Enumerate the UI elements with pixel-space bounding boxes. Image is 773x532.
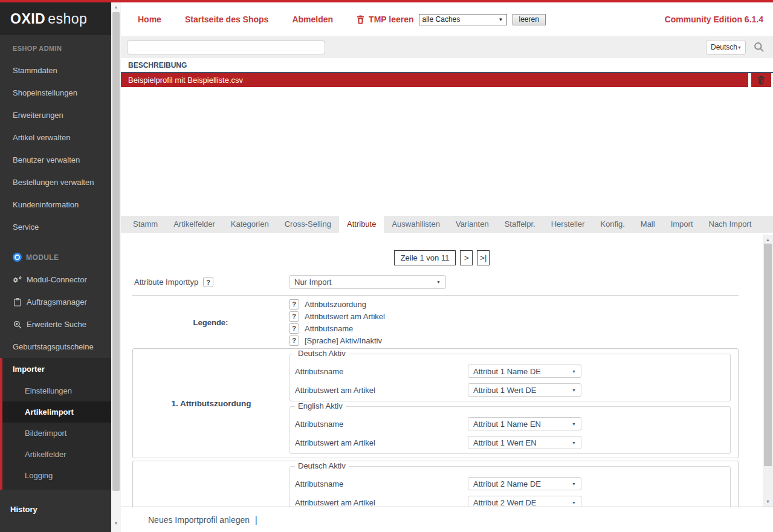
attributswert-am-artikel-select[interactable]: Attribut 2 Wert DE▼ xyxy=(468,496,581,507)
attributswert-am-artikel-select[interactable]: Attribut 1 Wert EN▼ xyxy=(468,436,581,449)
search-bar: Deutsch ▼ xyxy=(121,36,773,58)
legend-item-label: [Sprache] Aktiv/Inaktiv xyxy=(305,336,382,345)
section-title xyxy=(133,461,289,507)
sidebar-item-geburtstagsgutscheine[interactable]: Geburtstagsgutscheine xyxy=(0,336,111,358)
nav-shop-start-link[interactable]: Startseite des Shops xyxy=(185,15,269,24)
legend-item-attributsname: ?Attributsname xyxy=(289,322,385,334)
module-section-header: MODULE xyxy=(0,246,111,268)
trash-icon xyxy=(357,15,364,24)
sidebar-item-kundeninformation[interactable]: Kundeninformation xyxy=(0,193,111,216)
select-value: Attribut 1 Wert EN xyxy=(473,438,537,447)
language-select[interactable]: Deutsch ▼ xyxy=(706,40,746,55)
tab-attribute[interactable]: Attribute xyxy=(339,216,384,233)
sidebar-scrollbar[interactable]: ▲ ▼ xyxy=(111,2,121,532)
sidebar-item-shopeinstellungen[interactable]: Shopeinstellungen xyxy=(0,82,111,104)
logo-text-bold: OXID xyxy=(10,11,45,27)
last-row-button[interactable]: >| xyxy=(477,250,490,265)
help-icon[interactable]: ? xyxy=(289,299,299,310)
profile-row-label[interactable]: Beispielprofil mit Beispielliste.csv xyxy=(121,73,748,87)
tab-staffelpr[interactable]: Staffelpr. xyxy=(497,216,543,233)
sidebar-item-stammdaten[interactable]: Stammdaten xyxy=(0,59,111,82)
sidebar-item-history[interactable]: History xyxy=(0,498,111,521)
search-plus-icon xyxy=(13,320,22,329)
sidebar-item-artikelfelder[interactable]: Artikelfelder xyxy=(2,444,111,465)
select-value: Attribut 2 Wert DE xyxy=(473,498,537,507)
help-icon[interactable]: ? xyxy=(289,323,299,334)
tab-import[interactable]: Import xyxy=(663,216,701,233)
new-import-profile-link[interactable]: Neues Importprofil anlegen xyxy=(148,515,250,525)
sidebar: OXID eshop ESHOP ADMIN StammdatenShopein… xyxy=(0,2,111,532)
search-icon[interactable] xyxy=(754,42,765,53)
next-row-button[interactable]: > xyxy=(460,250,473,265)
list-column-header: BESCHREIBUNG xyxy=(121,58,773,73)
sidebar-item-logging[interactable]: Logging xyxy=(2,465,111,486)
tab-konfig[interactable]: Konfig. xyxy=(592,216,632,233)
attributsname-select[interactable]: Attribut 1 Name EN▼ xyxy=(468,417,581,430)
mapping-row-label: Attributswert am Artikel xyxy=(295,498,468,507)
nav-logout-link[interactable]: Abmelden xyxy=(292,15,333,24)
mapping-row-label: Attributsname xyxy=(295,420,468,429)
scroll-up-icon[interactable]: ▲ xyxy=(763,236,773,244)
scroll-up-icon[interactable]: ▲ xyxy=(111,4,121,11)
help-icon[interactable]: ? xyxy=(203,277,213,287)
sidebar-item-einstellungen[interactable]: Einstellungen xyxy=(2,380,111,401)
logo-text-light: eshop xyxy=(48,11,87,27)
sidebar-item-benutzer-verwalten[interactable]: Benutzer verwalten xyxy=(0,149,111,171)
sidebar-item-importer[interactable]: Importer xyxy=(2,358,111,380)
language-select-value: Deutsch xyxy=(711,43,737,51)
tab-auswahllisten[interactable]: Auswahllisten xyxy=(384,216,448,233)
sidebar-item-service[interactable]: Service xyxy=(0,216,111,238)
cache-select[interactable]: alle Caches ▼ xyxy=(419,14,507,25)
clear-cache-button[interactable]: leeren xyxy=(513,14,546,25)
tab-artikelfelder[interactable]: Artikelfelder xyxy=(166,216,223,233)
tab-hersteller[interactable]: Hersteller xyxy=(543,216,593,233)
tab-cross-selling[interactable]: Cross-Selling xyxy=(277,216,339,233)
sidebar-item-bilderimport[interactable]: Bilderimport xyxy=(2,423,111,444)
sidebar-item-auftragsmanager[interactable]: Auftragsmanager xyxy=(0,291,111,313)
section-groups: Deutsch AktivAttributsnameAttribut 2 Nam… xyxy=(289,461,738,507)
legend-item-label: Attributsname xyxy=(305,324,353,333)
sidebar-item-bestellungen-verwalten[interactable]: Bestellungen verwalten xyxy=(0,171,111,193)
sidebar-item-artikelimport[interactable]: Artikelimport xyxy=(2,401,111,423)
importtyp-label: Attribute Importtyp xyxy=(134,277,198,287)
legend-item-label: Attributszuordung xyxy=(305,300,366,309)
attributsname-select[interactable]: Attribut 1 Name DE▼ xyxy=(468,365,581,378)
importtyp-select[interactable]: Nur Import ▼ xyxy=(289,275,446,289)
tab-nach-import[interactable]: Nach Import xyxy=(701,216,760,233)
nav-home-link[interactable]: Home xyxy=(138,15,161,24)
selected-profile-row[interactable]: Beispielprofil mit Beispielliste.csv xyxy=(121,73,773,87)
sidebar-item-label: Erweiterte Suche xyxy=(27,313,86,336)
mapping-row: AttributsnameAttribut 1 Name DE▼ xyxy=(295,365,724,378)
module-icon xyxy=(13,253,22,262)
gears-icon xyxy=(13,275,22,284)
sidebar-item-erweiterungen[interactable]: Erweiterungen xyxy=(0,104,111,126)
help-icon[interactable]: ? xyxy=(289,311,299,322)
tab-stamm[interactable]: Stamm xyxy=(125,216,166,233)
oxid-logo[interactable]: OXID eshop xyxy=(0,2,111,35)
sidebar-item-modul-connector[interactable]: Modul-Connector xyxy=(0,268,111,291)
help-icon[interactable]: ? xyxy=(289,336,299,346)
importer-group: Importer EinstellungenArtikelimportBilde… xyxy=(0,358,111,490)
sidebar-item-label: Modul-Connector xyxy=(27,268,87,291)
mapping-row-label: Attributsname xyxy=(295,367,468,376)
sidebar-scrollbar-thumb[interactable] xyxy=(112,12,120,491)
tab-varianten[interactable]: Varianten xyxy=(448,216,497,233)
tab-kategorien[interactable]: Kategorien xyxy=(223,216,277,233)
content-scrollbar-thumb[interactable] xyxy=(764,244,772,466)
tab-content-panel: Zeile 1 von 11 > >| Attribute Importtyp … xyxy=(121,233,763,507)
group-legend: Deutsch Aktiv xyxy=(295,349,349,358)
chevron-down-icon: ▼ xyxy=(572,441,576,445)
select-value: Attribut 1 Name EN xyxy=(473,420,541,429)
delete-profile-button[interactable] xyxy=(751,73,771,87)
content-scrollbar[interactable]: ▲ ▼ xyxy=(763,235,773,507)
tmp-clear-link[interactable]: TMP leeren xyxy=(357,15,413,24)
search-input[interactable] xyxy=(127,41,325,54)
tab-mall[interactable]: Mall xyxy=(633,216,663,233)
scroll-down-icon[interactable]: ▼ xyxy=(111,520,121,527)
sidebar-item-artikel-verwalten[interactable]: Artikel verwalten xyxy=(0,126,111,149)
sidebar-item-erweiterte-suche[interactable]: Erweiterte Suche xyxy=(0,313,111,336)
attributswert-am-artikel-select[interactable]: Attribut 1 Wert DE▼ xyxy=(468,383,581,397)
scroll-down-icon[interactable]: ▼ xyxy=(763,498,773,505)
mapping-row: AttributsnameAttribut 1 Name EN▼ xyxy=(295,417,724,430)
attributsname-select[interactable]: Attribut 2 Name DE▼ xyxy=(468,477,581,490)
